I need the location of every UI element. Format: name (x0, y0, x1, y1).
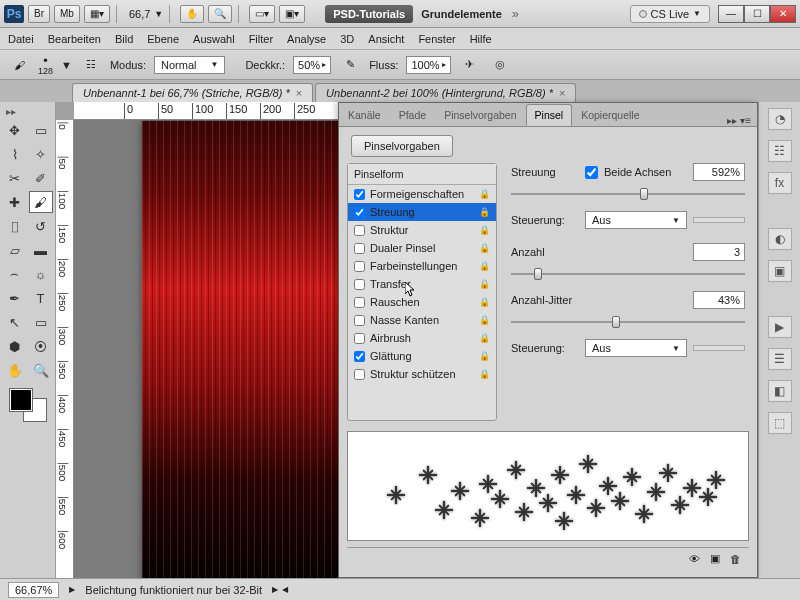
dock-paths-icon[interactable]: ⬚ (768, 412, 792, 434)
dock-styles-icon[interactable]: fx (768, 172, 792, 194)
minimize-button[interactable]: — (718, 5, 744, 23)
new-preset-icon[interactable]: ▣ (710, 552, 720, 565)
maximize-button[interactable]: ☐ (744, 5, 770, 23)
stamp-tool[interactable]: ⌷ (3, 215, 27, 237)
dock-play-icon[interactable]: ▶ (768, 316, 792, 338)
gradient-tool[interactable]: ▬ (29, 239, 53, 261)
blur-tool[interactable]: ⌢ (3, 263, 27, 285)
count-jitter-slider[interactable] (511, 315, 745, 329)
brush-tool-icon[interactable]: 🖌 (8, 54, 30, 76)
menu-filter[interactable]: Filter (249, 33, 273, 45)
bridge-button[interactable]: Br (28, 5, 50, 23)
3d-camera-tool[interactable]: ⦿ (29, 335, 53, 357)
brush-option-item[interactable]: Formeigenschaften🔒 (348, 185, 496, 203)
panel-expand-icon[interactable]: ▸▸ ▾≡ (721, 115, 757, 126)
lock-icon[interactable]: 🔒 (479, 243, 490, 253)
dock-layers-icon[interactable]: ☰ (768, 348, 792, 370)
lock-icon[interactable]: 🔒 (479, 189, 490, 199)
brush-option-item[interactable]: Transfer🔒 (348, 275, 496, 293)
brush-option-checkbox[interactable] (354, 315, 365, 326)
brush-option-checkbox[interactable] (354, 297, 365, 308)
both-axes-checkbox[interactable] (585, 166, 598, 179)
close-icon[interactable]: × (559, 87, 565, 99)
lock-icon[interactable]: 🔒 (479, 351, 490, 361)
flow-input[interactable]: 100%▸ (406, 56, 450, 74)
lock-icon[interactable]: 🔒 (479, 297, 490, 307)
brush-option-checkbox[interactable] (354, 333, 365, 344)
minibridge-button[interactable]: Mb (54, 5, 80, 23)
lock-icon[interactable]: 🔒 (479, 315, 490, 325)
screen-mode-button[interactable]: ▦▾ (84, 5, 110, 23)
dock-swatches-icon[interactable]: ☷ (768, 140, 792, 162)
tab-pinselvorgaben[interactable]: Pinselvorgaben (435, 104, 525, 126)
scatter-slider[interactable] (511, 187, 745, 201)
lasso-tool[interactable]: ⌇ (3, 143, 27, 165)
brush-option-checkbox[interactable] (354, 279, 365, 290)
fg-color[interactable] (10, 389, 32, 411)
menu-ebene[interactable]: Ebene (147, 33, 179, 45)
mode-select[interactable]: Normal▼ (154, 56, 225, 74)
brush-option-item[interactable]: Rauschen🔒 (348, 293, 496, 311)
count-slider[interactable] (511, 267, 745, 281)
move-tool[interactable]: ✥ (3, 119, 27, 141)
crop-tool[interactable]: ✂ (3, 167, 27, 189)
collapse-icon[interactable]: ▸▸ (6, 106, 16, 117)
brush-presets-button[interactable]: Pinselvorgaben (351, 135, 453, 157)
brush-preset-chevron-icon[interactable]: ▼ (61, 59, 72, 71)
airbrush-icon[interactable]: ✈ (459, 54, 481, 76)
dock-adjust-icon[interactable]: ◐ (768, 228, 792, 250)
hand-tool[interactable]: ✋ (3, 359, 27, 381)
brush-size-value[interactable]: 128 (38, 67, 53, 76)
menu-analyse[interactable]: Analyse (287, 33, 326, 45)
brush-option-checkbox[interactable] (354, 351, 365, 362)
count-jitter-value[interactable]: 43% (693, 291, 745, 309)
lock-icon[interactable]: 🔒 (479, 333, 490, 343)
menu-hilfe[interactable]: Hilfe (470, 33, 492, 45)
brush-option-item[interactable]: Farbeinstellungen🔒 (348, 257, 496, 275)
screenmode2-button[interactable]: ▣▾ (279, 5, 305, 23)
cslive-button[interactable]: CS Live ▼ (630, 5, 710, 23)
doctab-1[interactable]: Unbenannt-1 bei 66,7% (Striche, RGB/8) *… (72, 83, 313, 102)
control-select[interactable]: Aus▼ (585, 211, 687, 229)
menu-auswahl[interactable]: Auswahl (193, 33, 235, 45)
zoom-tool[interactable]: 🔍 (29, 359, 53, 381)
menu-bearbeiten[interactable]: Bearbeiten (48, 33, 101, 45)
dock-masks-icon[interactable]: ▣ (768, 260, 792, 282)
zoom-chevron-icon[interactable]: ▼ (154, 9, 163, 19)
ruler-vertical[interactable]: 050100150200250300350400450500550600 (56, 120, 74, 578)
menu-ansicht[interactable]: Ansicht (368, 33, 404, 45)
type-tool[interactable]: T (29, 287, 53, 309)
workspace-subtitle[interactable]: Grundelemente (421, 8, 502, 20)
doctab-2[interactable]: Unbenannt-2 bei 100% (Hintergrund, RGB/8… (315, 83, 576, 102)
menu-datei[interactable]: Datei (8, 33, 34, 45)
lock-icon[interactable]: 🔒 (479, 279, 490, 289)
brush-option-item[interactable]: Streuung🔒 (348, 203, 496, 221)
menu-bild[interactable]: Bild (115, 33, 133, 45)
brush-option-checkbox[interactable] (354, 369, 365, 380)
history-brush-tool[interactable]: ↺ (29, 215, 53, 237)
control2-select[interactable]: Aus▼ (585, 339, 687, 357)
brush-option-item[interactable]: Struktur🔒 (348, 221, 496, 239)
zoom-tool-button[interactable]: 🔍 (208, 5, 232, 23)
brush-option-checkbox[interactable] (354, 261, 365, 272)
trash-icon[interactable]: 🗑 (730, 553, 741, 565)
scatter-value[interactable]: 592% (693, 163, 745, 181)
workspace-chevron-icon[interactable]: » (512, 6, 519, 21)
close-icon[interactable]: × (296, 87, 302, 99)
arrange-button[interactable]: ▭▾ (249, 5, 275, 23)
menu-fenster[interactable]: Fenster (418, 33, 455, 45)
hand-tool-button[interactable]: ✋ (180, 5, 204, 23)
zoom-value[interactable]: 66,7 (129, 8, 150, 20)
lock-icon[interactable]: 🔒 (479, 261, 490, 271)
path-select-tool[interactable]: ↖ (3, 311, 27, 333)
pen-tool[interactable]: ✒ (3, 287, 27, 309)
opacity-pressure-icon[interactable]: ✎ (339, 54, 361, 76)
tablet-pressure-icon[interactable]: ◎ (489, 54, 511, 76)
brush-option-item[interactable]: Airbrush🔒 (348, 329, 496, 347)
heal-tool[interactable]: ✚ (3, 191, 27, 213)
tab-kanaele[interactable]: Kanäle (339, 104, 390, 126)
tab-pinsel[interactable]: Pinsel (526, 104, 573, 126)
brush-tool[interactable]: 🖌 (29, 191, 53, 213)
lock-icon[interactable]: 🔒 (479, 225, 490, 235)
workspace-highlight[interactable]: PSD-Tutorials (325, 5, 413, 23)
